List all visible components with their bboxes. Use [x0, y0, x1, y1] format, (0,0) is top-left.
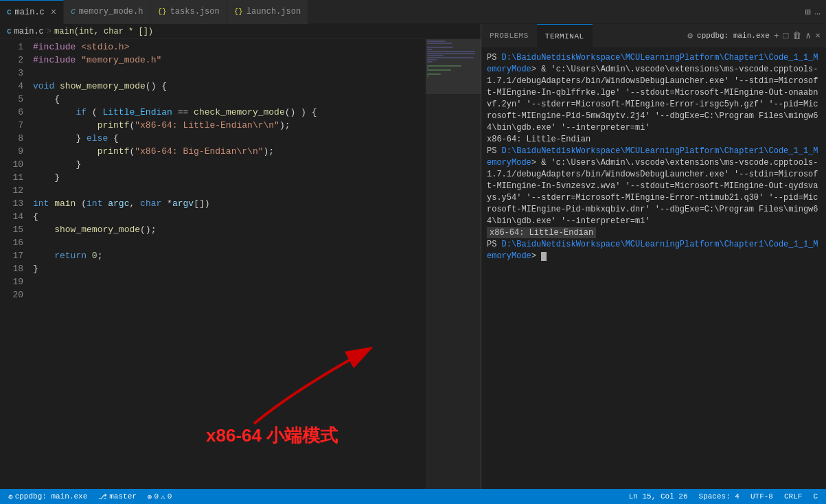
- warning-icon: ⚠: [161, 492, 165, 501]
- code-line: [30, 236, 426, 249]
- tab-label-tasks-json: tasks.json: [170, 7, 220, 16]
- code-line: return 0;: [30, 249, 426, 262]
- minimap: [426, 39, 481, 489]
- term-ps: PS: [487, 146, 502, 156]
- breadcrumb: C main.c > main(int, char * []): [0, 24, 481, 39]
- code-line: [30, 275, 426, 288]
- minimap-content: [426, 39, 481, 83]
- term-ps: PS: [487, 53, 502, 62]
- tab-terminal[interactable]: TERMINAL: [537, 24, 593, 48]
- breadcrumb-symbol[interactable]: main(int, char * []): [54, 27, 153, 36]
- json-icon-launch: {}: [234, 8, 243, 16]
- code-line: #include "memory_mode.h": [30, 54, 426, 67]
- git-branch-label: master: [109, 492, 137, 501]
- code-editor[interactable]: 1234567891011121314151617181920 #include…: [0, 39, 481, 489]
- status-debug[interactable]: ⚙ cppdbg: main.exe: [5, 489, 90, 504]
- terminal-line: PS D:\BaiduNetdiskWorkspace\MCULearningP…: [487, 146, 821, 227]
- encoding-label: UTF-8: [750, 492, 773, 501]
- breadcrumb-icon-c: C: [7, 27, 12, 36]
- warning-count: 0: [168, 492, 172, 501]
- code-line: [30, 184, 426, 197]
- tab-problems[interactable]: PROBLEMS: [481, 24, 537, 48]
- panel-title: cppdbg: main.exe: [697, 32, 770, 40]
- tab-bar: C main.c × C memory_mode.h {} tasks.json…: [0, 0, 826, 24]
- eol-label: CRLF: [784, 492, 802, 501]
- panel-tab-actions: ⚙ cppdbg: main.exe + □ 🗑 ∧ ×: [687, 30, 826, 41]
- code-line: #include <stdio.h>: [30, 41, 426, 54]
- tab-label-launch-json: launch.json: [246, 7, 301, 16]
- c-icon: C: [7, 8, 12, 16]
- git-branch-icon: ⎇: [98, 492, 107, 501]
- panel-add-icon[interactable]: +: [774, 31, 779, 41]
- code-line: {: [30, 93, 426, 106]
- main-area: C main.c > main(int, char * []) 12345678…: [0, 24, 826, 489]
- panel-maximize-icon[interactable]: □: [783, 31, 789, 41]
- code-line: [30, 67, 426, 80]
- code-line: if ( Little_Endian == check_memory_mode(…: [30, 106, 426, 119]
- terminal-line: x86-64: Little-Endian: [487, 227, 821, 239]
- breadcrumb-sep: >: [47, 27, 51, 36]
- term-prompt-sym: >: [531, 158, 541, 168]
- error-icon: ⊗: [148, 492, 152, 501]
- terminal-line: PS D:\BaiduNetdiskWorkspace\MCULearningP…: [487, 239, 821, 262]
- code-line: {: [30, 210, 426, 223]
- code-line: printf("x86-64: Big-Endian\r\n");: [30, 145, 426, 158]
- terminal-line: x86-64: Little-Endian: [487, 134, 821, 146]
- tab-launch-json[interactable]: {} launch.json: [227, 0, 308, 24]
- status-spaces[interactable]: Spaces: 4: [696, 489, 742, 504]
- right-panel: PROBLEMS TERMINAL ⚙ cppdbg: main.exe + □…: [481, 24, 826, 489]
- terminal-highlight: x86-64: Little-Endian: [487, 227, 596, 238]
- line-numbers: 1234567891011121314151617181920: [0, 39, 30, 489]
- terminal-content[interactable]: PS D:\BaiduNetdiskWorkspace\MCULearningP…: [481, 48, 826, 489]
- code-content[interactable]: #include <stdio.h>#include "memory_mode.…: [30, 39, 426, 489]
- status-bar: ⚙ cppdbg: main.exe ⎇ master ⊗ 0 ⚠ 0 Ln 1…: [0, 489, 826, 504]
- status-errors[interactable]: ⊗ 0 ⚠ 0: [145, 489, 174, 504]
- term-cmd: & 'c:\Users\Admin\.vscode\extensions\ms-…: [487, 65, 818, 133]
- code-line: printf("x86-64: Little-Endian\r\n");: [30, 119, 426, 132]
- panel-gear-icon[interactable]: ⚙: [687, 30, 693, 41]
- tab-memory-mode-h[interactable]: C memory_mode.h: [64, 0, 150, 24]
- code-line: }: [30, 158, 426, 171]
- panel-close-icon[interactable]: ×: [815, 31, 821, 41]
- status-git[interactable]: ⎇ master: [95, 489, 139, 504]
- split-editor-icon[interactable]: ⊞: [805, 6, 810, 18]
- breadcrumb-file[interactable]: main.c: [14, 27, 44, 36]
- term-prompt-sym: >: [531, 251, 541, 261]
- tab-actions: ⊞ …: [805, 6, 826, 18]
- term-cmd: & 'c:\Users\Admin\.vscode\extensions\ms-…: [487, 158, 818, 226]
- tab-close-main-c[interactable]: ×: [51, 8, 56, 17]
- tab-label-main-c: main.c: [15, 8, 45, 17]
- code-line: show_memory_mode();: [30, 223, 426, 236]
- panel-trash-icon[interactable]: 🗑: [792, 31, 801, 41]
- spaces-label: Spaces: 4: [699, 492, 739, 501]
- code-line: [30, 288, 426, 301]
- json-icon-tasks: {}: [157, 8, 166, 16]
- language-label: C: [813, 492, 818, 501]
- line-col-label: Ln 15, Col 26: [629, 492, 688, 501]
- code-line: }: [30, 171, 426, 184]
- error-count: 0: [154, 492, 159, 501]
- terminal-line: PS D:\BaiduNetdiskWorkspace\MCULearningP…: [487, 52, 821, 134]
- code-line: void show_memory_mode() {: [30, 80, 426, 93]
- editor-area: C main.c > main(int, char * []) 12345678…: [0, 24, 481, 489]
- term-ps: PS: [487, 240, 502, 249]
- h-icon: C: [71, 8, 76, 16]
- status-eol[interactable]: CRLF: [781, 489, 805, 504]
- panel-tabs: PROBLEMS TERMINAL ⚙ cppdbg: main.exe + □…: [481, 24, 826, 48]
- code-line: int main (int argc, char *argv[]): [30, 197, 426, 210]
- debug-label: cppdbg: main.exe: [15, 492, 88, 501]
- code-line: }: [30, 262, 426, 275]
- status-encoding[interactable]: UTF-8: [748, 489, 776, 504]
- code-line: } else {: [30, 132, 426, 145]
- panel-chevron-up-icon[interactable]: ∧: [805, 30, 811, 41]
- debug-icon: ⚙: [8, 492, 13, 501]
- term-prompt-sym: >: [531, 65, 541, 74]
- tab-main-c[interactable]: C main.c ×: [0, 0, 64, 24]
- tab-tasks-json[interactable]: {} tasks.json: [150, 0, 227, 24]
- status-language[interactable]: C: [810, 489, 821, 504]
- status-line-col[interactable]: Ln 15, Col 26: [626, 489, 691, 504]
- tab-label-memory-mode-h: memory_mode.h: [79, 7, 144, 16]
- term-cursor: [541, 252, 547, 261]
- more-tabs-icon[interactable]: …: [815, 6, 821, 17]
